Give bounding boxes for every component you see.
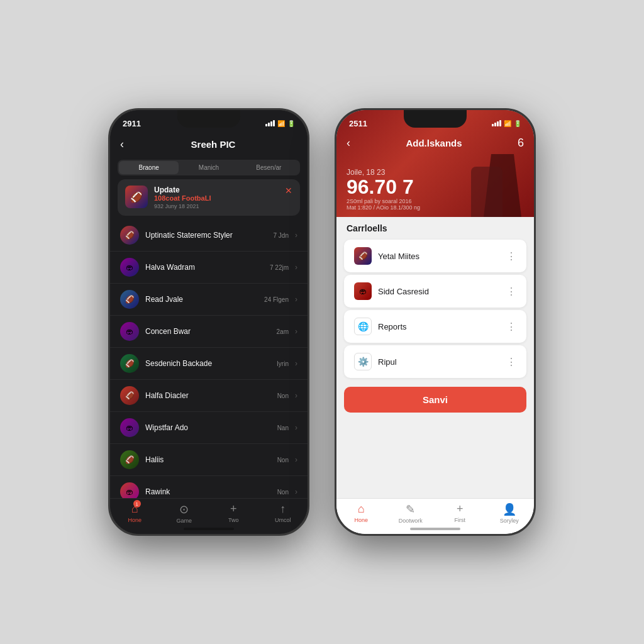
first-icon-right: + bbox=[457, 502, 464, 516]
white-list-name-2: Reports bbox=[378, 322, 500, 331]
tab-label-hone-right: Hone bbox=[354, 517, 368, 523]
white-list-icon-1: 🏟 bbox=[354, 282, 372, 300]
hero-info1: 2S0ml pali by soaral 2016 bbox=[347, 198, 420, 204]
more-icon-3[interactable]: ⋮ bbox=[506, 356, 516, 368]
white-list-item-1[interactable]: 🏟 Sidd Casresid ⋮ bbox=[344, 275, 526, 308]
white-list-item-3[interactable]: ⚙️ Ripul ⋮ bbox=[344, 345, 526, 378]
notif-close-button[interactable]: ✕ bbox=[285, 186, 292, 196]
list-item[interactable]: 🏈 Sesdenich Backade Iyrin › bbox=[110, 348, 308, 380]
status-icons-right: 📶 🔋 bbox=[492, 120, 521, 127]
list-name-2: Read Jvale bbox=[145, 295, 258, 304]
tab-dootwork-right[interactable]: ✎ Dootwork bbox=[386, 502, 436, 524]
list-icon-3: 🏟 bbox=[120, 322, 139, 341]
segment-manich[interactable]: Manich bbox=[179, 161, 238, 174]
tab-label-soryley-right: Soryley bbox=[500, 518, 519, 524]
scene: 2911 📶 🔋 ‹ Sreeh PIC bbox=[0, 0, 644, 644]
segment-control-left: Braone Manich Besen/ar bbox=[118, 160, 300, 175]
tab-label-game-left: Game bbox=[176, 518, 192, 524]
chevron-icon-2: › bbox=[295, 295, 297, 304]
home-indicator-right bbox=[410, 528, 460, 530]
battery-icon-right: 🔋 bbox=[514, 120, 521, 127]
segment-besenar[interactable]: Besen/ar bbox=[239, 161, 299, 174]
list-name-3: Concen Bwar bbox=[145, 327, 270, 336]
phone-notch-left bbox=[177, 110, 240, 128]
white-list-name-0: Yetal Miites bbox=[378, 252, 500, 261]
list-icon-1: 🏟 bbox=[120, 258, 139, 277]
list-meta-8: Non bbox=[277, 489, 289, 496]
tab-badge-left: 1 bbox=[133, 500, 141, 508]
list-name-8: Rawink bbox=[145, 487, 271, 496]
battery-icon-left: 🔋 bbox=[287, 120, 295, 127]
chevron-icon-0: › bbox=[295, 231, 297, 240]
list-name-6: Wipstfar Ado bbox=[145, 423, 271, 432]
globe-icon: 🌐 bbox=[354, 318, 372, 335]
home-icon-right: ⌂ bbox=[358, 502, 365, 516]
back-button-left[interactable]: ‹ bbox=[120, 138, 124, 151]
white-list-item-2[interactable]: 🌐 Reports ⋮ bbox=[344, 310, 526, 343]
segment-braone[interactable]: Braone bbox=[119, 161, 179, 174]
white-list-name-1: Sidd Casresid bbox=[378, 287, 500, 296]
time-left: 2911 bbox=[123, 119, 141, 128]
list-icon-4: 🏈 bbox=[120, 354, 139, 373]
list-item[interactable]: 🏟 Concen Bwar 2am › bbox=[110, 316, 308, 348]
tab-first-right[interactable]: + First bbox=[435, 502, 485, 524]
list-icon-7: 🏈 bbox=[120, 450, 139, 469]
tab-hone-left[interactable]: ⌂ 1 Hone bbox=[110, 502, 160, 524]
hero-info2: Mat 1:820 / AOio 18.1/300 ng bbox=[347, 204, 420, 211]
phone-notch-right bbox=[404, 110, 467, 128]
list-item[interactable]: 🏈 Read Jvale 24 Flgen › bbox=[110, 284, 308, 316]
chevron-icon-5: › bbox=[295, 391, 297, 400]
list-name-0: Uptinatic Stateremc Styler bbox=[145, 231, 267, 240]
left-phone-screen: 2911 📶 🔋 ‹ Sreeh PIC bbox=[110, 110, 308, 534]
tab-two-left[interactable]: + Two bbox=[209, 502, 258, 524]
list-item[interactable]: 🏈 Uptinatic Stateremc Styler 7 Jdn › bbox=[110, 219, 308, 252]
tab-label-first-right: First bbox=[455, 517, 466, 523]
notification-card: 🏈 Update 108coat FootbaLI 932 Juny 18 20… bbox=[118, 179, 300, 216]
dootwork-icon-right: ✎ bbox=[406, 502, 415, 516]
white-list-name-3: Ripul bbox=[378, 357, 500, 367]
list-item[interactable]: 🏈 Halfa Diacler Non › bbox=[110, 380, 308, 412]
list-icon-6: 🏟 bbox=[120, 418, 139, 437]
tab-label-two-left: Two bbox=[228, 517, 239, 523]
save-button[interactable]: Sanvi bbox=[344, 387, 526, 413]
more-icon-1[interactable]: ⋮ bbox=[506, 286, 516, 297]
chevron-icon-8: › bbox=[295, 487, 297, 496]
plus-icon-left: + bbox=[230, 502, 237, 516]
list-item[interactable]: 🏟 Halva Wadram 7 22jm › bbox=[110, 252, 308, 284]
tab-label-umcol-left: Umcol bbox=[275, 517, 291, 523]
notif-icon: 🏈 bbox=[125, 186, 148, 208]
tab-label-hone-left: Hone bbox=[128, 517, 142, 523]
hero-score: 96.70 7 bbox=[347, 177, 420, 197]
more-icon-2[interactable]: ⋮ bbox=[506, 321, 516, 333]
red-gear-icon: ⚙️ bbox=[354, 353, 372, 370]
chevron-icon-7: › bbox=[295, 455, 297, 464]
action-button-right[interactable]: 6 bbox=[518, 136, 524, 150]
notif-subtitle: 108coat FootbaLI bbox=[154, 194, 279, 202]
hero-content: Joile, 18 23 96.70 7 2S0ml pali by soara… bbox=[347, 168, 420, 211]
tab-game-left[interactable]: ⊙ Game bbox=[160, 502, 209, 524]
page-title-left: Sreeh PIC bbox=[129, 139, 297, 150]
list-item[interactable]: 🏟 Wipstfar Ado Nan › bbox=[110, 412, 308, 444]
notif-title: Update bbox=[154, 186, 279, 194]
right-phone: 2511 📶 🔋 ‹ Add.lskands bbox=[335, 108, 536, 536]
signal-icon-left bbox=[265, 120, 275, 126]
chevron-icon-1: › bbox=[295, 263, 297, 272]
tab-umcol-left[interactable]: ↑ Umcol bbox=[258, 502, 308, 524]
list-icon-2: 🏈 bbox=[120, 290, 139, 309]
list-name-5: Halfa Diacler bbox=[145, 391, 271, 400]
list-icon-0: 🏈 bbox=[120, 226, 139, 245]
white-list-icon-0: 🏈 bbox=[354, 247, 372, 265]
list-meta-1: 7 22jm bbox=[270, 264, 289, 271]
list-item[interactable]: 🏈 Haliis Non › bbox=[110, 444, 308, 476]
status-icons-left: 📶 🔋 bbox=[265, 120, 295, 127]
list-icon-5: 🏈 bbox=[120, 386, 139, 405]
tab-soryley-right[interactable]: 👤 Soryley bbox=[485, 502, 535, 524]
list-meta-5: Non bbox=[277, 392, 289, 399]
white-list-item-0[interactable]: 🏈 Yetal Miites ⋮ bbox=[344, 240, 526, 272]
more-icon-0[interactable]: ⋮ bbox=[506, 250, 516, 262]
home-indicator-left bbox=[184, 528, 234, 530]
wifi-icon-left: 📶 bbox=[277, 120, 285, 127]
tab-hone-right[interactable]: ⌂ Hone bbox=[336, 502, 386, 524]
white-list-right: 🏈 Yetal Miites ⋮ 🏟 Sidd Casresid ⋮ 🌐 Rep… bbox=[336, 240, 534, 378]
tab-icon-wrap-left: ⌂ 1 bbox=[131, 502, 138, 516]
